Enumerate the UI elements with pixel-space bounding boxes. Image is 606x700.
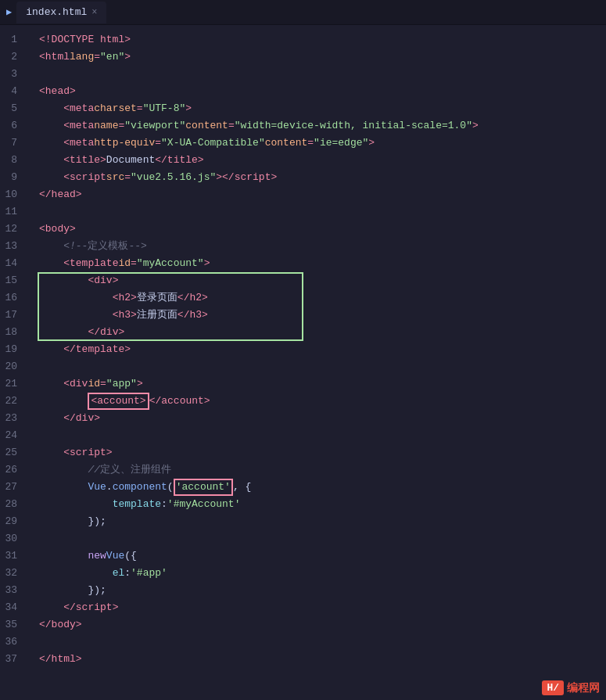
line-20 [36, 358, 606, 375]
line-10: </head> [36, 186, 606, 203]
line-11 [36, 203, 606, 221]
green-box-region: <div> <h2>登录页面</h2> <h3>注册页面</h3> </div> [36, 272, 606, 341]
line-7: <meta http-equiv="X-UA-Compatible" conte… [36, 135, 606, 152]
line-6: <meta name="viewport" content="width=dev… [36, 117, 606, 135]
line-21: <div id="app"> [36, 375, 606, 393]
line-3 [36, 66, 606, 83]
line-14: <template id="myAccount"> [36, 255, 606, 272]
line-17: <h3>注册页面</h3> [36, 307, 606, 324]
tab[interactable]: index.html × [16, 2, 106, 23]
watermark-text: 编程网 [567, 681, 600, 695]
line-32: el: '#app' [36, 565, 606, 582]
code-area[interactable]: <!DOCTYPE html> <html lang="en"> <head> … [33, 25, 606, 700]
line-5: <meta charset="UTF-8"> [36, 100, 606, 117]
line-2: <html lang="en"> [36, 48, 606, 66]
line-23: </div> [36, 410, 606, 427]
line-22: <account></account> [36, 393, 606, 410]
watermark: H/ 编程网 [542, 680, 600, 695]
line-4: <head> [36, 83, 606, 100]
line-31: new Vue({ [36, 547, 606, 565]
line-37: </html> [36, 651, 606, 668]
tab-filename: index.html [26, 6, 87, 18]
line-15: <div> [36, 272, 606, 289]
editor-container: 12345 678910 1112131415 1617181920 21222… [0, 25, 606, 700]
line-36 [36, 634, 606, 651]
line-1: <!DOCTYPE html> [36, 31, 606, 48]
watermark-logo: H/ [542, 680, 564, 695]
line-16: <h2>登录页面</h2> [36, 289, 606, 307]
line-27: Vue.component('account', { [36, 479, 606, 496]
line-18: </div> [36, 324, 606, 341]
line-numbers: 12345 678910 1112131415 1617181920 21222… [0, 25, 33, 700]
line-24 [36, 427, 606, 444]
line-33: }); [36, 582, 606, 599]
file-icon: ▶ [6, 6, 12, 18]
line-12: <body> [36, 221, 606, 238]
line-35: </body> [36, 616, 606, 634]
line-28: template: '#myAccount' [36, 496, 606, 513]
line-13: <!-- 定义模板 --> [36, 238, 606, 255]
title-bar: ▶ index.html × [0, 0, 606, 25]
close-icon[interactable]: × [91, 7, 97, 18]
line-26: //定义、注册组件 [36, 461, 606, 479]
line-29: }); [36, 513, 606, 530]
line-25: <script> [36, 444, 606, 461]
editor-wrapper: <!DOCTYPE html> <html lang="en"> <head> … [33, 25, 606, 700]
line-9: <script src="vue2.5.16.js"></script> [36, 169, 606, 186]
line-19: </template> [36, 341, 606, 358]
line-30 [36, 530, 606, 547]
line-34: </script> [36, 599, 606, 616]
line-8: <title>Document</title> [36, 152, 606, 169]
